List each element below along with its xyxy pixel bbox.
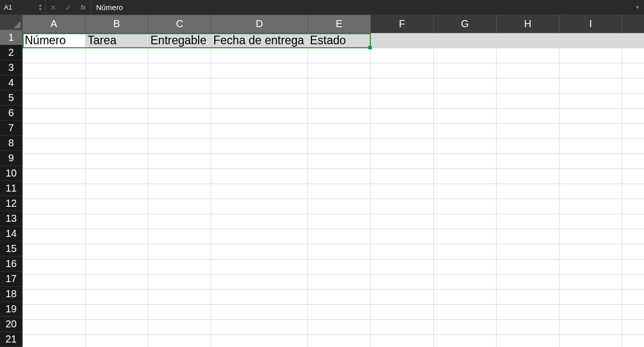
cell-C4[interactable] [148,78,211,94]
cell-H9[interactable] [497,154,559,169]
row-header-7[interactable]: 7 [0,121,23,136]
cell-E10[interactable] [308,169,371,184]
cell-A4[interactable] [23,78,86,94]
cell-E11[interactable] [308,184,371,199]
cell-D7[interactable] [211,124,308,139]
cell-C9[interactable] [148,154,211,169]
cell-A21[interactable] [23,335,86,347]
cell-A16[interactable] [23,259,86,275]
cell-J7[interactable] [622,124,644,139]
name-box[interactable]: A1 [0,0,35,15]
cell-J16[interactable] [622,259,644,275]
column-header-J[interactable]: J [622,15,644,33]
cell-C19[interactable] [148,305,211,320]
cell-J12[interactable] [622,199,644,214]
row-header-4[interactable]: 4 [0,75,23,91]
column-header-B[interactable]: B [86,15,148,33]
cell-F10[interactable] [371,169,434,184]
cell-F4[interactable] [371,78,434,94]
cell-C3[interactable] [148,63,211,78]
cell-C11[interactable] [148,184,211,199]
cell-C17[interactable] [148,275,211,290]
cell-G6[interactable] [434,109,497,124]
cell-F20[interactable] [371,320,434,335]
cell-F12[interactable] [371,199,434,214]
cell-H8[interactable] [497,139,559,154]
cell-A2[interactable] [23,48,86,63]
accept-icon[interactable]: ✓ [61,0,76,15]
cell-C6[interactable] [148,109,211,124]
cell-B1[interactable]: Tarea [86,33,148,48]
cell-F3[interactable] [371,63,434,78]
cell-E18[interactable] [308,290,371,305]
cell-H12[interactable] [497,199,559,214]
cell-J9[interactable] [622,154,644,169]
cell-D15[interactable] [211,244,308,259]
cell-I14[interactable] [559,229,622,244]
cell-I21[interactable] [559,335,622,347]
cell-C10[interactable] [148,169,211,184]
cell-J10[interactable] [622,169,644,184]
row-header-11[interactable]: 11 [0,181,23,196]
cell-B6[interactable] [86,109,148,124]
cell-G10[interactable] [434,169,497,184]
cell-B10[interactable] [86,169,148,184]
cell-E16[interactable] [308,259,371,275]
cell-H4[interactable] [497,78,559,94]
cell-E17[interactable] [308,275,371,290]
cell-I12[interactable] [559,199,622,214]
cell-H19[interactable] [497,305,559,320]
cell-A7[interactable] [23,124,86,139]
cell-H11[interactable] [497,184,559,199]
column-header-H[interactable]: H [497,15,559,33]
cell-E6[interactable] [308,109,371,124]
fx-icon[interactable]: fx [76,0,91,15]
cell-I7[interactable] [559,124,622,139]
cell-F6[interactable] [371,109,434,124]
cell-D12[interactable] [211,199,308,214]
row-header-8[interactable]: 8 [0,136,23,151]
cell-I9[interactable] [559,154,622,169]
cell-B11[interactable] [86,184,148,199]
cell-D4[interactable] [211,78,308,94]
cell-G13[interactable] [434,214,497,229]
cell-I20[interactable] [559,320,622,335]
cell-J2[interactable] [622,48,644,63]
cell-E8[interactable] [308,139,371,154]
cell-G5[interactable] [434,94,497,109]
row-header-13[interactable]: 13 [0,211,23,226]
cell-D8[interactable] [211,139,308,154]
cell-F5[interactable] [371,94,434,109]
cell-H1[interactable] [497,33,559,48]
cell-H3[interactable] [497,63,559,78]
cell-F9[interactable] [371,154,434,169]
cell-J4[interactable] [622,78,644,94]
cell-A6[interactable] [23,109,86,124]
cell-H16[interactable] [497,259,559,275]
cell-D2[interactable] [211,48,308,63]
cell-E19[interactable] [308,305,371,320]
cell-F1[interactable] [371,33,434,48]
cell-I18[interactable] [559,290,622,305]
row-header-2[interactable]: 2 [0,45,23,60]
name-box-stepper[interactable]: ▲ ▼ [35,0,46,15]
cell-J14[interactable] [622,229,644,244]
cell-I16[interactable] [559,259,622,275]
cell-J5[interactable] [622,94,644,109]
cell-D13[interactable] [211,214,308,229]
cell-B20[interactable] [86,320,148,335]
cell-C8[interactable] [148,139,211,154]
cell-J6[interactable] [622,109,644,124]
cell-F17[interactable] [371,275,434,290]
cell-D5[interactable] [211,94,308,109]
cell-B5[interactable] [86,94,148,109]
cell-C13[interactable] [148,214,211,229]
cell-G11[interactable] [434,184,497,199]
cell-H5[interactable] [497,94,559,109]
cell-A10[interactable] [23,169,86,184]
cell-I19[interactable] [559,305,622,320]
cell-G2[interactable] [434,48,497,63]
cell-A11[interactable] [23,184,86,199]
cell-B17[interactable] [86,275,148,290]
cell-D10[interactable] [211,169,308,184]
